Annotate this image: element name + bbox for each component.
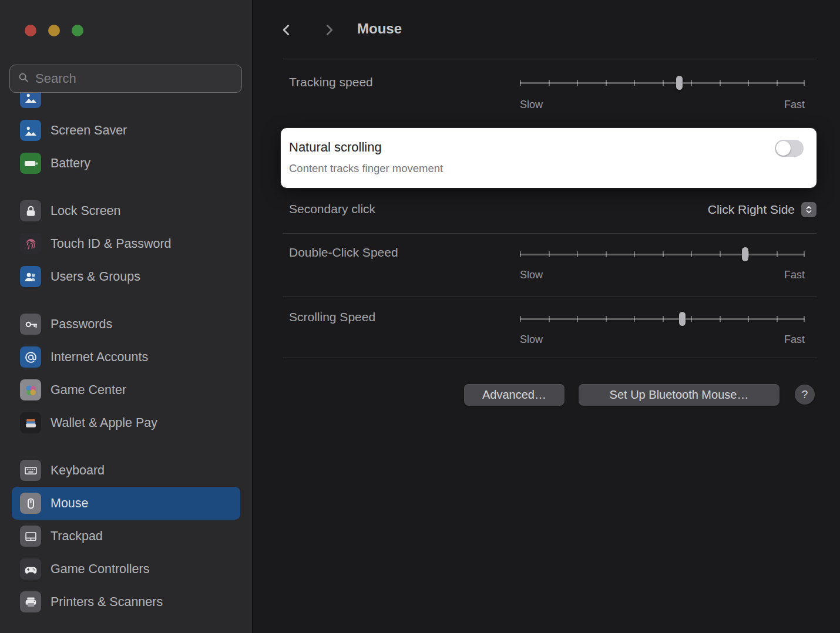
set-up-bluetooth-mouse-button[interactable]: Set Up Bluetooth Mouse… [579,384,779,406]
lock-screen-icon [20,200,41,221]
zoom-button[interactable] [72,25,83,36]
sidebar-item-trackpad[interactable]: Trackpad [12,520,240,553]
back-button[interactable] [277,20,297,40]
secondary-click-label: Secondary click [289,202,375,216]
slider-ticks [520,80,805,86]
natural-scrolling-description: Content tracks finger movement [289,162,443,175]
screen-saver-icon [20,120,41,141]
scrolling-speed-label: Scrolling Speed [289,310,375,324]
sidebar-item-label: Screen Saver [51,123,127,138]
sidebar-item-label: Wallet & Apple Pay [51,416,157,430]
sidebar-item-game-center[interactable]: Game Center [12,373,240,406]
sidebar-item-users-groups[interactable]: Users & Groups [12,260,240,293]
sidebar-item-label: Touch ID & Password [51,237,172,251]
sidebar: Screen SaverBatteryLock ScreenTouch ID &… [0,0,253,633]
tracking-speed-label: Tracking speed [289,75,373,89]
sidebar-item-lock-screen[interactable]: Lock Screen [12,194,240,227]
sidebar-group: PasswordsInternet AccountsGame CenterWal… [12,308,240,439]
window-controls [25,25,83,36]
sidebar-item-mouse[interactable]: Mouse [12,487,240,520]
divider [283,59,817,59]
printers-scanners-icon [20,591,41,612]
sidebar-item-game-controllers[interactable]: Game Controllers [12,553,240,585]
scrolling-speed-minmax: Slow Fast [520,334,805,346]
sidebar-item-label: Internet Accounts [51,350,148,365]
sidebar-item-keyboard[interactable]: Keyboard [12,454,240,487]
chevron-up-down-icon[interactable] [801,202,817,217]
sidebar-item-label: Trackpad [51,529,103,544]
divider [283,233,817,234]
trackpad-icon [20,526,41,547]
double-click-speed-label: Double-Click Speed [289,245,398,260]
touch-id-icon [20,233,41,254]
sidebar-item-label: Printers & Scanners [51,595,163,610]
slow-label: Slow [520,269,543,281]
internet-accounts-icon [20,346,41,368]
slider-ticks [520,316,805,322]
sidebar-item-label: Users & Groups [51,270,140,284]
mouse-settings-pane: Mouse Tracking speed Slow Fast Natural s… [253,0,840,633]
slow-label: Slow [520,334,543,346]
sidebar-group: Lock ScreenTouch ID & PasswordUsers & Gr… [12,194,240,293]
double-click-speed-slider-thumb[interactable] [742,247,748,261]
slider-ticks [520,251,805,257]
scrolling-speed-slider-thumb[interactable] [679,312,686,326]
keyboard-icon [20,460,41,481]
sidebar-item-label: Lock Screen [51,204,121,218]
fast-label: Fast [784,99,805,111]
forward-button[interactable] [319,20,339,40]
fast-label: Fast [784,269,805,281]
wallpaper-icon [20,93,41,108]
search-field[interactable] [9,65,242,93]
sidebar-group: Screen SaverBattery [12,93,240,180]
secondary-click-popup[interactable]: Click Right Side [708,201,817,218]
sidebar-item-printers-scanners[interactable]: Printers & Scanners [12,585,240,618]
sidebar-item-touch-id[interactable]: Touch ID & Password [12,227,240,260]
sidebar-group: KeyboardMouseTrackpadGame ControllersPri… [12,454,240,618]
advanced-button[interactable]: Advanced… [464,384,565,406]
sidebar-list: Screen SaverBatteryLock ScreenTouch ID &… [0,93,252,633]
page-title: Mouse [357,21,402,37]
divider [283,358,817,358]
natural-scrolling-label: Natural scrolling [289,140,382,155]
sidebar-item-passwords[interactable]: Passwords [12,308,240,341]
double-click-speed-slider[interactable] [520,247,805,261]
sidebar-item-label: Game Controllers [51,562,149,577]
help-button[interactable]: ? [795,385,815,405]
chevron-left-icon [279,22,294,38]
mouse-icon [20,493,41,514]
chevron-right-icon [321,22,337,38]
natural-scrolling-card: Natural scrolling Content tracks finger … [281,128,817,188]
wallet-icon [20,412,41,433]
natural-scrolling-toggle[interactable] [775,140,804,157]
double-click-speed-minmax: Slow Fast [520,269,805,281]
search-icon [17,71,30,86]
passwords-icon [20,314,41,335]
sidebar-item-battery[interactable]: Battery [12,147,240,180]
tracking-speed-slider-thumb[interactable] [676,76,683,90]
sidebar-item-internet-accounts[interactable]: Internet Accounts [12,341,240,373]
divider [283,297,817,297]
sidebar-item-wallet[interactable]: Wallet & Apple Pay [12,406,240,439]
sidebar-item-label: Mouse [51,496,89,511]
sidebar-item-screen-saver[interactable]: Screen Saver [12,114,240,147]
slow-label: Slow [520,99,543,111]
tracking-speed-slider[interactable] [520,76,805,90]
game-controllers-icon [20,558,41,580]
game-center-icon [20,379,41,400]
search-input[interactable] [35,71,234,86]
users-groups-icon [20,266,41,287]
sidebar-item-label: Passwords [51,317,112,332]
minimize-button[interactable] [48,25,60,36]
sidebar-item-wallpaper[interactable] [12,93,240,114]
tracking-speed-minmax: Slow Fast [520,99,805,111]
fast-label: Fast [784,334,805,346]
system-settings-window: Screen SaverBatteryLock ScreenTouch ID &… [0,0,840,633]
secondary-click-value: Click Right Side [708,203,795,217]
close-button[interactable] [25,25,36,36]
sidebar-item-label: Keyboard [51,463,105,478]
battery-icon [20,153,41,174]
scrolling-speed-slider[interactable] [520,312,805,326]
toggle-knob [776,141,791,156]
sidebar-item-label: Game Center [51,383,126,398]
